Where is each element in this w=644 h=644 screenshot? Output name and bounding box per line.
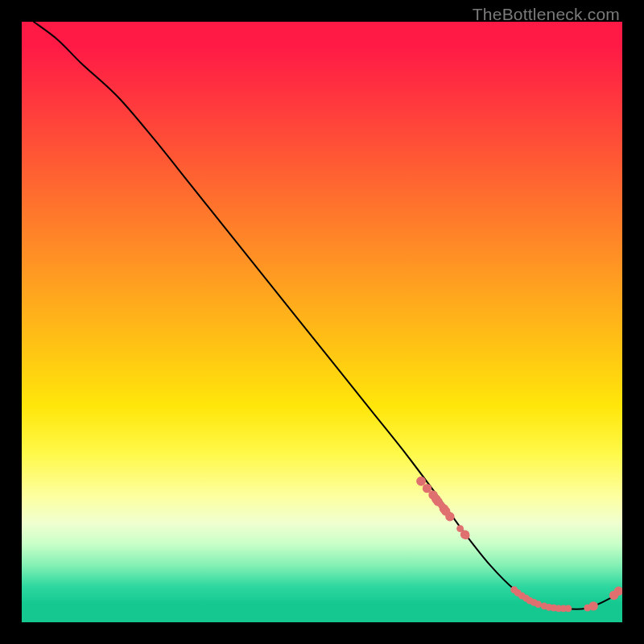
data-marker	[535, 601, 542, 608]
chart-frame: TheBottleneck.com	[0, 0, 644, 644]
plot-area	[22, 22, 622, 622]
curve-markers	[416, 477, 622, 612]
chart-svg	[22, 22, 622, 622]
watermark-label: TheBottleneck.com	[473, 5, 620, 24]
data-marker	[445, 512, 454, 521]
data-marker	[564, 605, 572, 612]
curve-path	[34, 22, 622, 609]
data-marker	[588, 601, 597, 610]
data-marker	[463, 532, 470, 539]
data-marker	[416, 477, 425, 485]
